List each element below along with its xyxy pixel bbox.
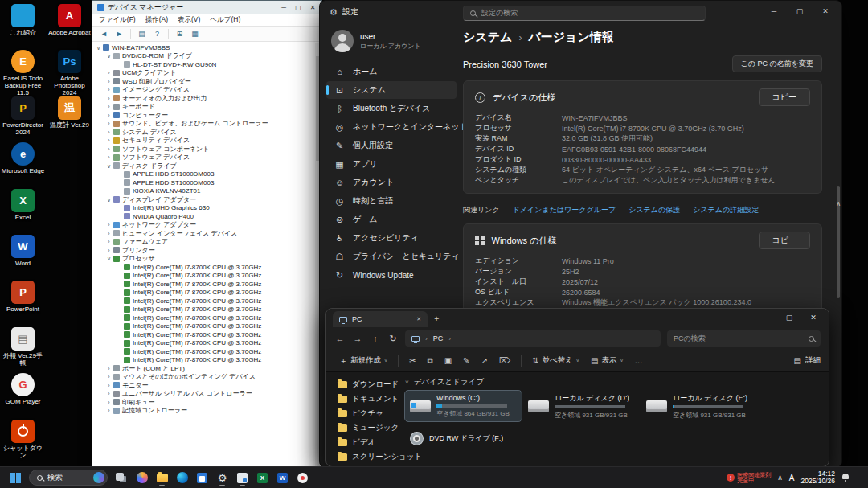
minimize-button[interactable]: ─ [276, 4, 291, 11]
document-icon[interactable]: ▤ [135, 27, 149, 40]
tree-expander-icon[interactable]: › [105, 95, 113, 102]
address-bar[interactable]: › PC › [405, 330, 661, 347]
device-tree-item[interactable]: Intel(R) UHD Graphics 630 [92, 204, 321, 213]
device-tree-item[interactable]: ›ソフトウェア デバイス [92, 154, 321, 162]
tray-alert[interactable]: ! 医療関連業剤 完全中 [727, 472, 771, 484]
device-tree-item[interactable]: APPLE HDD ST1000DM003 [92, 170, 321, 179]
desktop-icon-thermometer[interactable]: 温温度計 Ver.29 [47, 96, 92, 129]
nav-item-music[interactable]: ミュージック [326, 420, 400, 435]
settings-scrollbar[interactable] [837, 49, 840, 461]
command-share[interactable]: ↗ [476, 354, 492, 367]
menu-item-1[interactable]: 操作(A) [141, 15, 173, 25]
command-rename[interactable]: ✎ [458, 354, 474, 367]
taskbar-app-task-view[interactable] [112, 468, 132, 487]
new-tab-button[interactable]: ＋ [428, 313, 445, 324]
tree-expander-icon[interactable]: › [105, 230, 113, 237]
related-link[interactable]: ドメインまたはワークグループ [513, 205, 616, 215]
sidebar-item-network-internet[interactable]: ◎ネットワークとインターネット [326, 118, 457, 136]
tree-expander-icon[interactable]: › [105, 399, 113, 406]
desktop-icon-photoshop[interactable]: PsAdobe Photoshop 2024 [47, 50, 92, 96]
device-tree-item[interactable]: Intel(R) Core(TM) i7-8700K CPU @ 3.70GHz [92, 289, 321, 297]
sidebar-item-apps[interactable]: ▦アプリ [326, 155, 457, 173]
rename-pc-button[interactable]: この PC の名前を変更 [732, 55, 822, 72]
tree-expander-icon[interactable]: ∨ [105, 196, 113, 203]
device-tree-item[interactable]: ›ファームウェア [92, 238, 321, 247]
menu-item-3[interactable]: ヘルプ(H) [205, 15, 245, 25]
taskbar-app-device-manager[interactable] [232, 468, 252, 487]
device-tree-item[interactable]: KIOXIA KWLNV40ZT01 [92, 187, 321, 196]
device-tree-item[interactable]: ∨ディスプレイ アダプター [92, 195, 321, 204]
tree-expander-icon[interactable]: › [105, 86, 113, 93]
taskbar-app-file-explorer[interactable] [152, 468, 172, 487]
notifications-bell-icon[interactable] [841, 474, 850, 482]
drive-local-drive-d[interactable]: ローカル ディスク (D:)空き領域 931 GB/931 GB [523, 391, 640, 421]
device-tree-item[interactable]: ›システム デバイス [92, 128, 321, 137]
show-desktop-button[interactable] [858, 470, 860, 485]
taskbar-app-settings[interactable]: ⚙ [212, 468, 232, 487]
command-view[interactable]: ▤表示˅ [586, 353, 628, 368]
device-tree-item[interactable]: ›UCMクライアント [92, 69, 321, 78]
drive-windows-drive[interactable]: Windows (C:)空き領域 864 GB/931 GB [405, 391, 522, 421]
command-delete[interactable]: ⌦ [494, 354, 515, 367]
tree-expander-icon[interactable]: › [105, 365, 113, 372]
tab-close-icon[interactable]: ✕ [416, 316, 421, 322]
sidebar-item-privacy-security[interactable]: ☖プライバシーとセキュリティ [326, 248, 457, 265]
device-tree-item[interactable]: ›記憶域コントローラー [92, 407, 321, 416]
maximize-button[interactable]: ▢ [787, 1, 813, 22]
sidebar-item-home[interactable]: ⌂ホーム [326, 63, 457, 80]
menu-item-0[interactable]: ファイル(F) [94, 15, 141, 25]
tree-expander-icon[interactable]: › [105, 103, 113, 110]
close-button[interactable]: ✕ [813, 1, 838, 22]
device-tree-item[interactable]: Intel(R) Core(TM) i7-8700K CPU @ 3.70GHz [92, 322, 321, 331]
back-button[interactable]: ← [334, 334, 346, 343]
minimize-button[interactable]: ─ [761, 1, 787, 22]
nav-item-pictures[interactable]: ピクチャ [326, 406, 400, 420]
desktop-icon-adobe-acrobat[interactable]: AAdobe Acrobat [47, 4, 92, 36]
desktop-icon-shutdown[interactable]: シャットダウン [1, 420, 45, 459]
drive-local-drive-e[interactable]: ローカル ディスク (E:)空き領域 931 GB/931 GB [641, 391, 758, 421]
ime-indicator[interactable]: A [789, 474, 795, 482]
tree-expander-icon[interactable]: › [105, 238, 113, 245]
scan-hardware-icon[interactable]: ⊞ [173, 27, 186, 40]
desktop-icon-easeus-todo-backup[interactable]: EEaseUS Todo Backup Free 11.5 [1, 50, 45, 96]
device-tree-item[interactable]: ›ヒューマン インターフェイス デバイス [92, 229, 321, 238]
sidebar-item-bluetooth-devices[interactable]: ᛒBluetooth とデバイス [326, 100, 457, 117]
desktop-icon-gaiho-notes[interactable]: ▤外報 Ver.29手帳 [1, 327, 45, 367]
tree-expander-icon[interactable]: › [105, 112, 113, 119]
nav-item-screenshots[interactable]: スクリーンショット [326, 449, 400, 464]
desktop-icon-kore-shokai[interactable]: これ紹介 [1, 4, 45, 36]
device-tree-item[interactable]: ›コンピューター [92, 111, 321, 120]
tree-expander-icon[interactable]: › [105, 78, 113, 85]
sidebar-item-windows-update[interactable]: ↻Windows Update [326, 266, 457, 284]
tree-expander-icon[interactable]: › [105, 120, 113, 127]
device-tree-item[interactable]: ∨プロセッサ [92, 255, 321, 264]
sidebar-item-gaming[interactable]: ⊚ゲーム [326, 211, 457, 228]
device-tree-item[interactable]: Intel(R) Core(TM) i7-8700K CPU @ 3.70GHz [92, 330, 321, 339]
taskbar-search[interactable]: 検索 [29, 470, 108, 486]
tree-expander-icon[interactable]: › [105, 69, 113, 76]
device-tree-item[interactable]: ›サウンド、ビデオ、およびゲーム コントローラー [92, 120, 321, 129]
device-tree-item[interactable]: APPLE HDD ST1000DM003 [92, 178, 321, 187]
tree-expander-icon[interactable]: › [105, 373, 113, 380]
tree-expander-icon[interactable]: ∨ [95, 44, 102, 51]
tree-expander-icon[interactable]: ∨ [105, 162, 113, 170]
tree-expander-icon[interactable]: › [105, 390, 113, 397]
device-tree-item[interactable]: ∨DVD/CD-ROM ドライブ [92, 52, 321, 61]
minimize-button[interactable]: ─ [753, 309, 777, 326]
taskbar-app-gom-player[interactable] [293, 468, 313, 487]
close-button[interactable]: ✕ [305, 4, 320, 11]
device-tree-item[interactable]: ›イメージング デバイス [92, 86, 321, 95]
device-tree-item[interactable]: ›プリンター [92, 246, 321, 255]
device-tree-item[interactable]: ›マウスとそのほかのポインティング デバイス [92, 373, 321, 382]
device-manager-titlebar[interactable]: デバイス マネージャー ─ ▢ ✕ [92, 1, 321, 14]
device-tree-item[interactable]: Intel(R) Core(TM) i7-8700K CPU @ 3.70GHz [92, 306, 321, 314]
device-tree-item[interactable]: ›オーディオの入力および出力 [92, 94, 321, 103]
settings-search-input[interactable]: 設定の検索 [463, 6, 706, 21]
device-tree-item[interactable]: Intel(R) Core(TM) i7-8700K CPU @ 3.70GHz [92, 280, 321, 289]
tree-expander-icon[interactable]: ∨ [105, 255, 113, 262]
command-sort[interactable]: ⇅並べ替え˅ [527, 353, 584, 368]
device-tree-item[interactable]: ›ユニバーサル シリアル バス コントローラー [92, 390, 321, 399]
device-tree-item[interactable]: ›ポート (COM と LPT) [92, 364, 321, 373]
device-tree-item[interactable]: Intel(R) Core(TM) i7-8700K CPU @ 3.70GHz [92, 356, 321, 365]
taskbar-app-copilot[interactable] [132, 468, 152, 487]
